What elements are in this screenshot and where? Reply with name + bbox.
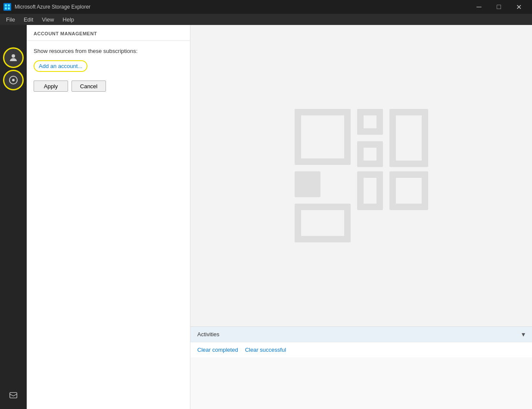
right-content (190, 25, 532, 326)
feedback-icon (9, 390, 18, 400)
sidebar-bottom (3, 385, 24, 406)
minimize-button[interactable]: ─ (469, 0, 489, 14)
svg-point-7 (12, 79, 15, 81)
svg-rect-21 (364, 115, 376, 128)
svg-rect-4 (8, 7, 10, 9)
activities-title: Activities (197, 331, 219, 338)
app-icon (3, 3, 11, 11)
clear-completed-link[interactable]: Clear completed (197, 347, 238, 353)
title-bar-left: Microsoft Azure Storage Explorer (3, 3, 90, 11)
main-layout: ACCOUNT MANAGEMENT Show resources from t… (0, 25, 532, 409)
title-bar: Microsoft Azure Storage Explorer ─ □ ✕ (0, 0, 532, 14)
close-button[interactable]: ✕ (509, 0, 529, 14)
action-buttons: Apply Cancel (34, 81, 183, 92)
connect-button[interactable] (3, 70, 24, 90)
activities-actions: Clear completed Clear successful (190, 342, 532, 357)
account-management-header: ACCOUNT MANAGEMENT (27, 25, 190, 41)
svg-rect-19 (301, 115, 344, 158)
svg-rect-8 (10, 393, 17, 398)
svg-rect-23 (364, 148, 376, 161)
svg-rect-0 (3, 3, 11, 11)
account-button[interactable] (3, 47, 24, 68)
title-bar-controls: ─ □ ✕ (469, 0, 529, 14)
menu-help[interactable]: Help (58, 15, 78, 24)
activities-bar: Activities ▾ Clear completed Clear succe… (190, 326, 532, 409)
menu-view[interactable]: View (37, 15, 58, 24)
left-panel-body: Show resources from these subscriptions:… (27, 41, 190, 409)
svg-point-5 (12, 54, 15, 58)
clear-successful-link[interactable]: Clear successful (245, 347, 286, 353)
menu-file[interactable]: File (2, 15, 19, 24)
svg-rect-1 (5, 4, 7, 6)
activities-header: Activities ▾ (190, 327, 532, 342)
apply-button[interactable]: Apply (34, 81, 68, 92)
hamburger-button[interactable] (6, 30, 21, 46)
sidebar (0, 25, 27, 409)
svg-rect-24 (396, 148, 422, 161)
cancel-button[interactable]: Cancel (72, 81, 106, 92)
menu-bar: File Edit View Help (0, 14, 532, 25)
svg-rect-26 (396, 178, 422, 204)
menu-edit[interactable]: Edit (19, 15, 37, 24)
svg-rect-2 (8, 4, 10, 6)
subscription-label: Show resources from these subscriptions: (34, 48, 183, 54)
svg-rect-3 (5, 7, 7, 9)
svg-rect-25 (364, 178, 376, 204)
feedback-button[interactable] (3, 385, 24, 406)
account-management-title: ACCOUNT MANAGEMENT (34, 31, 183, 36)
add-account-link[interactable]: Add an account... (34, 60, 87, 72)
account-icon (8, 53, 19, 63)
plug-icon (8, 75, 19, 85)
activities-content (190, 357, 532, 409)
decorative-graphic (295, 109, 428, 242)
left-panel: ACCOUNT MANAGEMENT Show resources from t… (27, 25, 190, 409)
svg-rect-20 (301, 210, 344, 236)
app-title: Microsoft Azure Storage Explorer (15, 4, 90, 10)
maximize-button[interactable]: □ (489, 0, 509, 14)
right-panel: Activities ▾ Clear completed Clear succe… (190, 25, 532, 409)
svg-rect-12 (295, 171, 320, 197)
activities-chevron[interactable]: ▾ (522, 330, 525, 338)
sidebar-top (0, 28, 27, 90)
